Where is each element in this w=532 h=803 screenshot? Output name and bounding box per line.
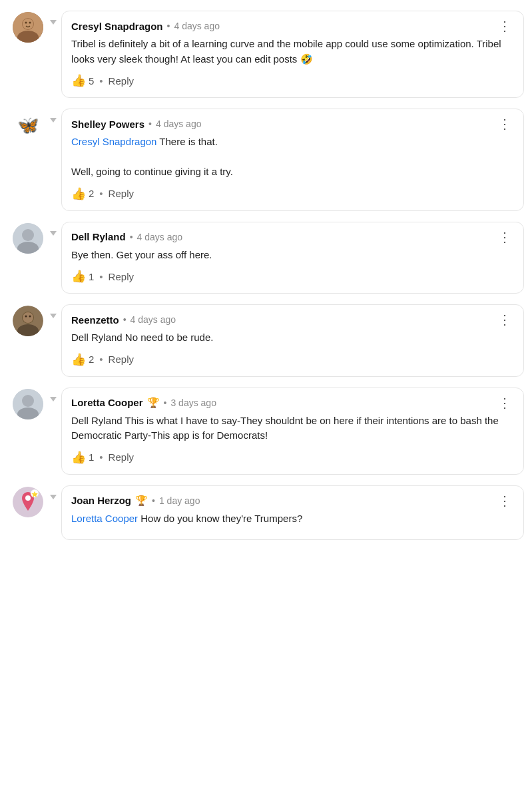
comment-actions: 👍 1 • Reply xyxy=(71,269,514,286)
reply-button[interactable]: Reply xyxy=(109,75,134,87)
dot-separator: • xyxy=(148,119,152,129)
avatar-col: 🦋 xyxy=(8,109,48,140)
avatar: 🦋 xyxy=(13,110,43,140)
username: Loretta Cooper xyxy=(71,397,143,408)
chevron-icon xyxy=(50,314,57,318)
like-button[interactable]: 👍 2 xyxy=(71,186,94,201)
avatar-col xyxy=(8,11,48,43)
chevron-icon xyxy=(50,495,57,499)
like-button[interactable]: 👍 2 xyxy=(71,352,94,367)
chevron-col xyxy=(48,485,59,499)
comment-body: Shelley Powers • 4 days ago ⋮ Cresyl Sna… xyxy=(61,109,524,211)
chevron-col xyxy=(48,11,59,25)
timestamp: 4 days ago xyxy=(131,314,176,325)
like-count: 1 xyxy=(89,451,94,463)
comment-meta: Loretta Cooper 🏆 • 3 days ago xyxy=(71,397,216,409)
chevron-col xyxy=(48,304,59,318)
more-options-button[interactable]: ⋮ xyxy=(495,396,514,409)
timestamp: 4 days ago xyxy=(156,119,202,129)
more-options-button[interactable]: ⋮ xyxy=(495,19,514,33)
svg-point-3 xyxy=(23,19,33,29)
reply-button[interactable]: Reply xyxy=(109,188,134,199)
comment-item: Dell Ryland • 4 days ago ⋮ Bye then. Get… xyxy=(0,211,532,294)
more-options-button[interactable]: ⋮ xyxy=(495,494,514,507)
avatar xyxy=(13,12,43,43)
comment-header: Dell Ryland • 4 days ago ⋮ xyxy=(71,230,514,244)
comment-actions: 👍 2 • Reply xyxy=(71,352,514,370)
like-button[interactable]: 👍 1 xyxy=(71,450,94,465)
comment-item: 🦋 Shelley Powers • 4 days ago ⋮ Cresyl S… xyxy=(0,98,532,211)
comment-item: ⭐ Joan Herzog 🏆 • 1 day ago ⋮ Loretta Co… xyxy=(0,475,532,541)
like-count: 1 xyxy=(89,271,94,282)
chevron-col xyxy=(48,222,59,236)
avatar: ⭐ xyxy=(13,487,43,517)
more-options-button[interactable]: ⋮ xyxy=(495,230,514,244)
like-button[interactable]: 👍 1 xyxy=(71,269,94,284)
comment-meta: Shelley Powers • 4 days ago xyxy=(71,119,201,130)
like-count: 2 xyxy=(89,354,94,365)
svg-point-13 xyxy=(25,316,27,318)
timestamp: 1 day ago xyxy=(159,495,200,506)
chevron-icon xyxy=(50,118,57,123)
comment-item: Reenzetto • 4 days ago ⋮ Dell Ryland No … xyxy=(0,294,532,377)
reply-button[interactable]: Reply xyxy=(109,451,134,463)
comment-header: Shelley Powers • 4 days ago ⋮ xyxy=(71,117,514,131)
username: Cresyl Snapdragon xyxy=(71,21,163,32)
username: Reenzetto xyxy=(71,314,119,326)
like-button[interactable]: 👍 5 xyxy=(71,73,94,88)
thumbs-up-icon: 👍 xyxy=(71,186,86,201)
thumbs-up-icon: 👍 xyxy=(71,73,86,88)
butterfly-icon: 🦋 xyxy=(17,115,39,136)
chevron-col xyxy=(48,388,59,402)
trophy-badge: 🏆 xyxy=(147,397,160,409)
comment-body: Reenzetto • 4 days ago ⋮ Dell Ryland No … xyxy=(61,304,524,377)
comment-header: Cresyl Snapdragon • 4 days ago ⋮ xyxy=(71,19,514,33)
comment-header: Reenzetto • 4 days ago ⋮ xyxy=(71,313,514,326)
chevron-col xyxy=(48,109,59,123)
svg-text:⭐: ⭐ xyxy=(31,490,38,497)
svg-point-5 xyxy=(29,22,31,24)
more-options-button[interactable]: ⋮ xyxy=(495,117,514,131)
comment-text: Tribel is definitely a bit of a learning… xyxy=(71,37,514,67)
avatar xyxy=(13,223,43,254)
mention-link[interactable]: Loretta Cooper xyxy=(71,513,138,524)
thumbs-up-icon: 👍 xyxy=(71,450,86,465)
comment-body: Dell Ryland • 4 days ago ⋮ Bye then. Get… xyxy=(61,222,524,294)
reply-button[interactable]: Reply xyxy=(109,354,134,365)
comment-text: Bye then. Get your ass off here. xyxy=(71,248,514,263)
more-options-button[interactable]: ⋮ xyxy=(495,313,514,326)
like-count: 2 xyxy=(89,188,94,199)
reply-button[interactable]: Reply xyxy=(109,271,134,282)
mention-link[interactable]: Cresyl Snapdragon xyxy=(71,136,156,147)
dot-separator: • xyxy=(164,398,167,408)
comment-item: Cresyl Snapdragon • 4 days ago ⋮ Tribel … xyxy=(0,0,532,98)
avatar-col: ⭐ xyxy=(8,485,48,517)
comment-body: Loretta Cooper 🏆 • 3 days ago ⋮ Dell Ryl… xyxy=(61,388,524,475)
username: Joan Herzog xyxy=(71,495,131,506)
dot-separator: • xyxy=(152,495,155,506)
comment-list: Cresyl Snapdragon • 4 days ago ⋮ Tribel … xyxy=(0,0,532,540)
action-separator: • xyxy=(99,271,103,282)
comment-header: Loretta Cooper 🏆 • 3 days ago ⋮ xyxy=(71,396,514,409)
avatar xyxy=(13,389,43,419)
comment-meta: Dell Ryland • 4 days ago xyxy=(71,231,182,242)
avatar-col xyxy=(8,222,48,254)
svg-point-7 xyxy=(22,229,34,241)
like-count: 5 xyxy=(89,75,94,87)
comment-body: Joan Herzog 🏆 • 1 day ago ⋮ Loretta Coop… xyxy=(61,485,524,541)
action-separator: • xyxy=(99,451,103,463)
svg-point-4 xyxy=(25,22,27,24)
timestamp: 4 days ago xyxy=(174,21,220,31)
svg-point-14 xyxy=(29,316,31,318)
comment-item: Loretta Cooper 🏆 • 3 days ago ⋮ Dell Ryl… xyxy=(0,377,532,475)
comment-text: Dell Ryland No need to be rude. xyxy=(71,330,514,346)
dot-separator: • xyxy=(167,21,170,31)
action-separator: • xyxy=(99,75,103,87)
comment-meta: Reenzetto • 4 days ago xyxy=(71,314,176,326)
comment-actions: 👍 2 • Reply xyxy=(71,186,514,204)
comment-text: Loretta Cooper How do you know they're T… xyxy=(71,511,514,527)
svg-point-12 xyxy=(23,312,33,323)
dot-separator: • xyxy=(123,314,127,325)
chevron-icon xyxy=(50,231,57,236)
chevron-icon xyxy=(50,20,57,25)
